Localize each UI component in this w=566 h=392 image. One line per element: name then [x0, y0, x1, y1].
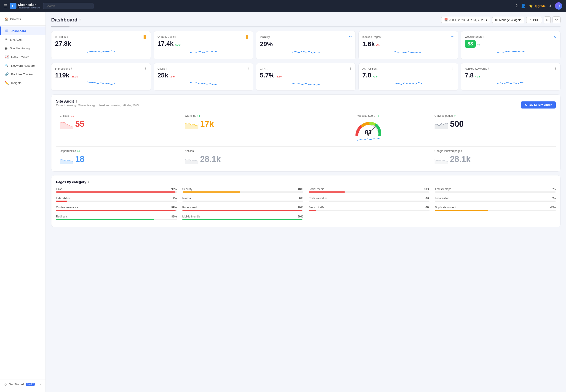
download-icon: ⬇ [145, 67, 147, 70]
info-icon[interactable]: ℹ [67, 35, 68, 38]
warnings-mini-chart [185, 119, 198, 129]
page-category-item: Social media 30% [309, 188, 430, 193]
grid-icon: ⊞ [495, 18, 498, 22]
logo-text: Sitechecker Proudly made in Ukraine [18, 3, 41, 9]
sidebar-item-backlink-tracker[interactable]: 🔗 Backlink Tracker [0, 70, 45, 79]
pages-by-category-section: Pages by category ℹ Links 99% Security 4… [51, 175, 561, 227]
date-range-picker[interactable]: 📅 Jun 1, 2023 - Jun 31, 2023 ▾ [441, 17, 491, 23]
category-name: Page speed [182, 206, 197, 209]
info-icon[interactable]: ℹ [267, 67, 267, 70]
card-av-position: Av. Position ℹ ⬇ 7.8 +1.5 [358, 63, 458, 91]
info-icon[interactable]: ℹ [271, 36, 272, 39]
category-pct: 99% [298, 206, 303, 209]
chevron-right-icon: › [40, 383, 41, 386]
page-category-item: Search traffic 6% [309, 206, 430, 211]
progress-bar [435, 201, 556, 202]
sidebar-item-get-started[interactable]: ◇ Get Started level 2 › [0, 380, 45, 388]
page-category-item: Code validation 0% [309, 197, 430, 202]
progress-bar [56, 219, 177, 220]
info-icon[interactable]: ℹ [175, 35, 176, 38]
search-input[interactable] [43, 3, 93, 9]
category-name: Duplicate content [435, 206, 456, 209]
progress-bar [182, 191, 303, 193]
insights-icon: ✏️ [5, 81, 9, 85]
progress-fill [309, 191, 345, 193]
card-all-traffic: All Traffic ℹ ▐▌ 27.8k [51, 31, 151, 59]
sidebar-item-site-audit[interactable]: ◎ Site Audit [0, 35, 45, 44]
help-icon[interactable]: ? [515, 4, 518, 8]
refresh-icon: ↻ [525, 103, 527, 107]
download-icon: ⬇ [349, 67, 352, 70]
refresh-icon: ↻ [554, 35, 557, 39]
category-name: Mobile friendly [182, 215, 200, 218]
info-icon[interactable]: ℹ [166, 67, 167, 70]
category-pct: 48% [298, 188, 303, 191]
sidebar-item-insights[interactable]: ✏️ Insights [0, 79, 45, 87]
page-category-item: Redirects 81% [56, 215, 177, 220]
main-content: Dashboard ? 📅 Jun 1, 2023 - Jun 31, 2023… [46, 12, 566, 392]
scroll-track [51, 26, 561, 28]
diamond-icon: ◇ [5, 383, 7, 386]
category-pct: 0% [552, 197, 556, 200]
pages-category-grid: Links 99% Security 48% Social media 30% … [56, 188, 556, 222]
gauge-container: 83 [353, 119, 383, 136]
sidebar-item-site-monitoring[interactable]: ◉ Site Monitoring [0, 44, 45, 53]
share-button[interactable]: ⎘ [544, 16, 551, 23]
dashboard-actions: 📅 Jun 1, 2023 - Jun 31, 2023 ▾ ⊞ Manage … [441, 16, 561, 23]
category-pct: 0% [552, 188, 556, 191]
star-icon: ⭐ [529, 4, 533, 8]
info-icon[interactable]: ℹ [483, 35, 484, 38]
pdf-button[interactable]: ↗ PDF [526, 17, 542, 23]
sidebar-item-rank-tracker[interactable]: 📈 Rank Tracker [0, 53, 45, 61]
info-icon[interactable]: ℹ [76, 100, 77, 103]
upgrade-button[interactable]: ⭐ Upgrade [529, 4, 546, 8]
hamburger-icon[interactable]: ☰ [4, 3, 7, 8]
backlink-tracker-icon: 🔗 [5, 72, 9, 76]
progress-bar [182, 210, 303, 211]
indexed-pages-chart [362, 48, 454, 56]
avatar[interactable]: U [555, 2, 562, 10]
info-icon[interactable]: ℹ [88, 181, 89, 184]
website-score-chart [465, 48, 557, 56]
go-to-site-audit-button[interactable]: ↻ Go To Site Audit [521, 101, 556, 109]
calendar-icon: 📅 [444, 18, 448, 22]
audit-criticals: Criticals -10 55 [56, 112, 181, 145]
category-name: Internal [182, 197, 191, 200]
progress-fill [182, 210, 302, 211]
ranked-keywords-chart [465, 80, 557, 87]
opportunities-mini-chart [60, 155, 73, 164]
sidebar-item-keyword-research[interactable]: 🔍 Keyword Research [0, 61, 45, 70]
info-icon[interactable]: ℹ [488, 67, 489, 70]
download-icon[interactable]: ⬇ [549, 4, 552, 8]
title-help-icon[interactable]: ? [79, 18, 81, 22]
info-icon[interactable]: ℹ [381, 36, 382, 39]
organic-traffic-chart [158, 48, 249, 55]
page-category-item: Internal 0% [182, 197, 303, 202]
card-ranked-keywords: Ranked Keywords ℹ ⬇ 7.8 +1.5 [461, 63, 561, 91]
category-pct: 99% [171, 188, 177, 191]
progress-bar [56, 210, 177, 211]
site-audit-section: Site Audit ℹ Current crawling: 20 minute… [51, 94, 561, 171]
sidebar-item-dashboard[interactable]: ⊞ Dashboard [0, 27, 45, 35]
progress-fill [56, 219, 154, 220]
sidebar-item-projects[interactable]: 🏠 Projects [0, 15, 45, 25]
audit-warnings: Warnings +4 17k [181, 112, 306, 145]
info-icon[interactable]: ℹ [71, 67, 72, 70]
search-box[interactable]: ▾ [43, 3, 93, 9]
settings-button[interactable]: ⚙ [552, 16, 561, 23]
manage-widgets-button[interactable]: ⊞ Manage Widgets [492, 17, 524, 23]
progress-bar [435, 191, 556, 193]
page-category-item: Security 48% [182, 188, 303, 193]
audit-google-indexed: Google indexed pages 28.1k [431, 147, 556, 167]
scroll-thumb[interactable] [51, 26, 70, 28]
keyword-research-icon: 🔍 [5, 64, 9, 68]
audit-opportunities: Opportunities +4 18 [56, 147, 181, 167]
category-name: Security [182, 188, 192, 191]
page-title: Dashboard ? [51, 17, 81, 23]
progress-bar [56, 201, 177, 202]
download-icon: ⬇ [452, 67, 454, 70]
logo[interactable]: S Sitechecker Proudly made in Ukraine [10, 3, 41, 9]
info-icon[interactable]: ℹ [377, 67, 378, 70]
category-name: Redirects [56, 215, 68, 218]
add-user-icon[interactable]: 👤 [521, 3, 526, 8]
